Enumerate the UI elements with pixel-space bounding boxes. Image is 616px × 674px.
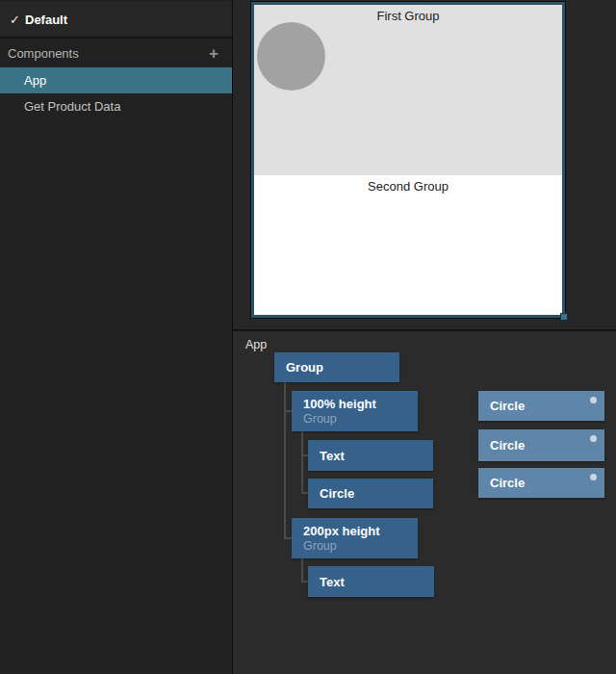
first-group-preview[interactable]: First Group	[254, 5, 562, 175]
sidebar-item-app[interactable]: App	[0, 67, 232, 93]
tree-connector-line	[301, 454, 308, 456]
node-graph-panel: App Group 100% height Group Text	[233, 331, 616, 674]
node-label: Circle	[320, 486, 433, 501]
tree-connector-line	[301, 581, 308, 583]
node-label: Text	[320, 575, 434, 589]
circle-shape[interactable]	[257, 22, 325, 91]
tree-node-circle[interactable]: Circle	[308, 479, 433, 508]
resize-handle[interactable]	[560, 313, 568, 321]
components-section-header: Components +	[0, 39, 232, 67]
components-header-label: Components	[8, 46, 79, 61]
tree-connector-line	[301, 558, 303, 583]
palette-node-circle-2[interactable]: Circle	[478, 429, 604, 461]
node-label: Circle	[490, 476, 604, 490]
node-label: Group	[286, 360, 399, 375]
tree-connector-line	[284, 537, 292, 539]
sidebar: ✓ Default Components + App Get Product D…	[0, 0, 233, 674]
second-group-title: Second Group	[254, 175, 562, 193]
first-group-title: First Group	[254, 5, 562, 22]
app-root: ✓ Default Components + App Get Product D…	[0, 0, 616, 674]
node-label: 200px height	[303, 524, 418, 538]
tree-node-text-2[interactable]: Text	[308, 566, 434, 597]
node-sublabel: Group	[303, 412, 418, 427]
node-label: 100% height	[303, 397, 418, 411]
sidebar-item-default[interactable]: ✓ Default	[0, 2, 232, 39]
palette-node-circle-3[interactable]: Circle	[478, 468, 604, 498]
sidebar-item-label: Get Product Data	[24, 99, 120, 114]
sidebar-item-get-product-data[interactable]: Get Product Data	[0, 93, 232, 119]
preview-area: First Group Second Group	[233, 0, 616, 331]
tree-node-200px-height-group[interactable]: 200px height Group	[292, 518, 418, 558]
default-item-label: Default	[25, 13, 67, 27]
add-component-icon[interactable]: +	[207, 45, 220, 62]
second-group-preview[interactable]: Second Group	[254, 175, 562, 315]
main-area: First Group Second Group App	[233, 0, 616, 674]
tree-connector-line	[284, 382, 286, 539]
node-sublabel: Group	[303, 539, 418, 554]
checkmark-icon: ✓	[10, 13, 25, 27]
tree-connector-line	[301, 431, 303, 494]
port-dot-icon[interactable]	[590, 435, 597, 442]
tree-connector-line	[301, 492, 308, 494]
palette-node-circle-1[interactable]: Circle	[478, 391, 604, 421]
tree-node-100-height-group[interactable]: 100% height Group	[292, 391, 418, 431]
tree-node-group[interactable]: Group	[274, 352, 399, 382]
port-dot-icon[interactable]	[590, 397, 597, 403]
node-label: Circle	[490, 438, 604, 453]
node-panel-title: App	[245, 338, 267, 351]
sidebar-item-label: App	[24, 73, 46, 88]
node-label: Text	[320, 449, 433, 463]
tree-connector-line	[284, 410, 292, 412]
preview-selection-frame[interactable]: First Group Second Group	[251, 2, 565, 318]
node-label: Circle	[490, 399, 604, 413]
port-dot-icon[interactable]	[590, 474, 597, 480]
tree-node-text-1[interactable]: Text	[308, 440, 433, 471]
